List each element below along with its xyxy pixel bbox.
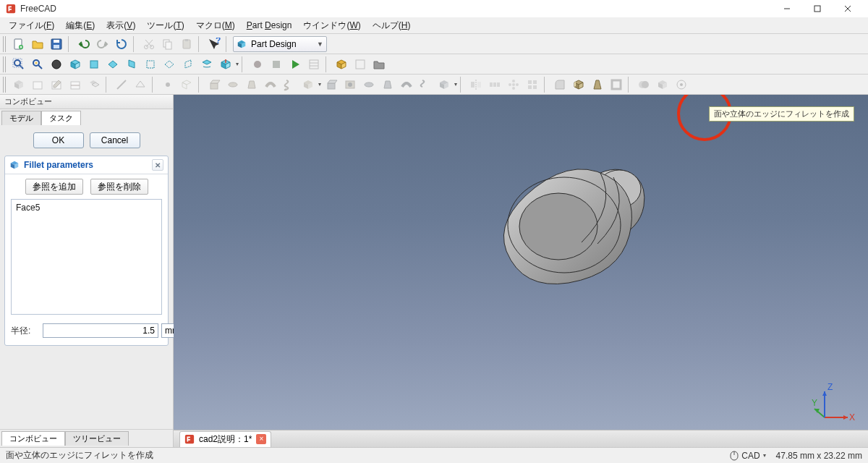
open-icon[interactable]: [29, 36, 46, 52]
macro-edit-icon[interactable]: [305, 56, 323, 72]
view-left-icon[interactable]: [179, 56, 197, 72]
create-body-icon[interactable]: [10, 77, 27, 93]
3d-viewport[interactable]: 面や立体のエッジにフィレットを作成: [174, 95, 868, 447]
macro-stop-icon[interactable]: [268, 56, 285, 72]
sub-loft-icon[interactable]: [379, 77, 396, 93]
menu-file[interactable]: ファイル(F): [3, 18, 60, 33]
view-right-icon[interactable]: [123, 56, 140, 72]
chamfer-icon[interactable]: [570, 77, 587, 93]
boolean-icon[interactable]: [635, 77, 652, 93]
pocket-icon[interactable]: [323, 77, 340, 93]
ok-button[interactable]: OK: [33, 132, 84, 148]
close-button[interactable]: [833, 0, 862, 17]
svg-rect-25: [33, 82, 42, 89]
draft-icon[interactable]: [589, 77, 606, 93]
svg-rect-1: [814, 6, 820, 12]
hole-icon[interactable]: [341, 77, 359, 93]
svg-rect-22: [273, 61, 280, 68]
menu-help[interactable]: ヘルプ(H): [367, 18, 417, 33]
svg-rect-31: [328, 83, 335, 89]
loft-icon[interactable]: [243, 77, 260, 93]
menu-view[interactable]: 表示(V): [101, 18, 141, 33]
new-icon[interactable]: [10, 36, 27, 52]
add-reference-button[interactable]: 参照を追加: [25, 179, 83, 195]
group-icon[interactable]: [352, 56, 369, 72]
radius-input[interactable]: [43, 323, 158, 338]
view-front-icon[interactable]: [85, 56, 103, 72]
datum-point-icon[interactable]: [159, 77, 176, 93]
revolution-icon[interactable]: [224, 77, 242, 93]
svg-rect-46: [533, 80, 537, 84]
multi-transform-icon[interactable]: [524, 77, 541, 93]
edit-sketch-icon[interactable]: [48, 77, 65, 93]
cut-icon[interactable]: [140, 36, 158, 52]
maximize-button[interactable]: [803, 0, 832, 17]
bottom-tab-combo[interactable]: コンボビュー: [1, 431, 65, 446]
map-sketch-icon[interactable]: [67, 77, 84, 93]
view-measure-icon[interactable]: [217, 56, 234, 72]
linear-pattern-icon[interactable]: [486, 77, 503, 93]
fillet-card-icon: [9, 160, 20, 170]
datum-plane-icon[interactable]: [132, 77, 149, 93]
copy-icon[interactable]: [159, 36, 176, 52]
redo-icon[interactable]: [94, 36, 111, 52]
menu-partdesign[interactable]: Part Design: [241, 19, 298, 32]
cancel-button[interactable]: Cancel: [90, 132, 140, 148]
delete-reference-button[interactable]: 参照を削除: [90, 179, 148, 195]
thickness-icon[interactable]: [608, 77, 625, 93]
list-item[interactable]: Face5: [16, 203, 157, 213]
tab-model[interactable]: モデル: [1, 111, 41, 125]
svg-point-28: [166, 82, 170, 87]
fit-selection-icon[interactable]: [29, 56, 46, 72]
save-icon[interactable]: [48, 36, 65, 52]
close-tab-icon[interactable]: ×: [256, 434, 266, 444]
navstyle-toggle[interactable]: CAD▾: [730, 451, 765, 461]
combo-view-title: コンボビュー: [0, 95, 173, 109]
view-back-icon[interactable]: [142, 56, 159, 72]
clone-icon[interactable]: [85, 77, 103, 93]
groove-icon[interactable]: [360, 77, 378, 93]
pad-icon[interactable]: [205, 77, 223, 93]
view-rotate-icon[interactable]: [198, 56, 216, 72]
document-tab[interactable]: cad2説明：1* ×: [179, 431, 271, 447]
workbench-selector[interactable]: Part Design ▼: [233, 36, 327, 52]
add-primitive-icon[interactable]: [299, 77, 317, 93]
references-list[interactable]: Face5: [11, 199, 162, 315]
migrate-icon[interactable]: [654, 77, 671, 93]
polar-pattern-icon[interactable]: [505, 77, 522, 93]
bottom-tab-tree[interactable]: ツリービュー: [65, 431, 129, 446]
fillet-icon[interactable]: [551, 77, 569, 93]
sub-sweep-icon[interactable]: [398, 77, 415, 93]
macro-play-icon[interactable]: [286, 56, 304, 72]
tab-task[interactable]: タスク: [41, 111, 81, 125]
view-iso-icon[interactable]: [67, 56, 84, 72]
macro-record-icon[interactable]: [249, 56, 266, 72]
sub-primitive-icon[interactable]: [435, 77, 453, 93]
mirror-icon[interactable]: [467, 77, 485, 93]
whatsthis-icon[interactable]: ?: [205, 36, 223, 52]
draw-style-icon[interactable]: [48, 56, 65, 72]
menu-macro[interactable]: マクロ(M): [190, 18, 241, 33]
fit-all-icon[interactable]: [10, 56, 27, 72]
involute-icon[interactable]: [673, 77, 690, 93]
menu-edit[interactable]: 編集(E): [60, 18, 101, 33]
part-icon[interactable]: [333, 56, 350, 72]
shape-binder-icon[interactable]: [178, 77, 195, 93]
refresh-icon[interactable]: [113, 36, 130, 52]
menu-window[interactable]: ウインドウ(W): [297, 18, 366, 33]
undo-icon[interactable]: [75, 36, 93, 52]
minimize-button[interactable]: [773, 0, 801, 17]
paste-icon[interactable]: [178, 36, 195, 52]
menu-tools[interactable]: ツール(T): [141, 18, 190, 33]
sub-helix-icon[interactable]: [417, 77, 434, 93]
collapse-icon[interactable]: ✕: [152, 159, 163, 171]
datum-line-icon[interactable]: [113, 77, 130, 93]
axis-triad: X Y Z: [812, 381, 855, 427]
create-sketch-icon[interactable]: [29, 77, 46, 93]
view-bottom-icon[interactable]: [161, 56, 178, 72]
view-top-icon[interactable]: [104, 56, 122, 72]
sweep-icon[interactable]: [262, 77, 279, 93]
folder-icon[interactable]: [370, 56, 388, 72]
svg-rect-38: [493, 82, 496, 87]
add-helix-icon[interactable]: [281, 77, 298, 93]
